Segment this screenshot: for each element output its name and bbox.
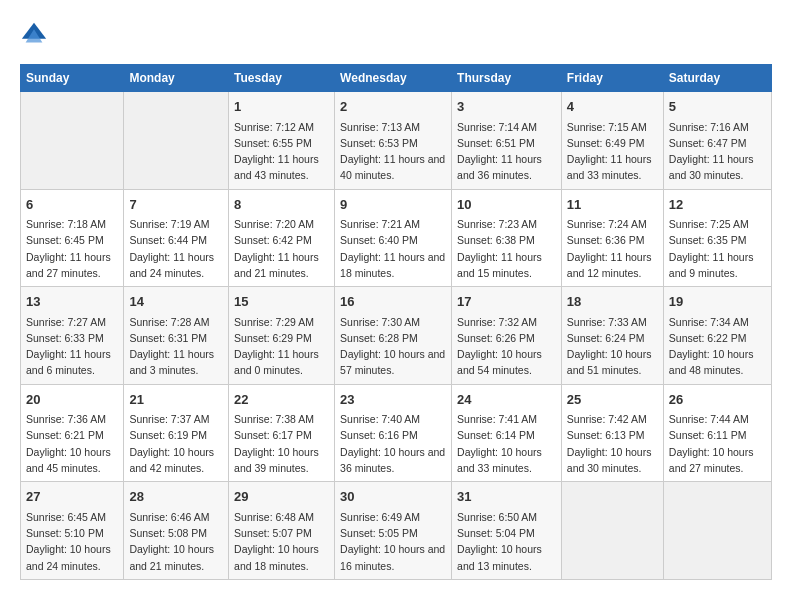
day-number: 23 — [340, 390, 446, 410]
day-number: 17 — [457, 292, 556, 312]
day-detail: Sunrise: 7:33 AMSunset: 6:24 PMDaylight:… — [567, 314, 658, 379]
day-detail: Sunrise: 7:28 AMSunset: 6:31 PMDaylight:… — [129, 314, 223, 379]
day-detail: Sunrise: 7:24 AMSunset: 6:36 PMDaylight:… — [567, 216, 658, 281]
calendar-cell: 31Sunrise: 6:50 AMSunset: 5:04 PMDayligh… — [452, 482, 562, 580]
calendar-header-row: SundayMondayTuesdayWednesdayThursdayFrid… — [21, 65, 772, 92]
day-number: 26 — [669, 390, 766, 410]
day-number: 31 — [457, 487, 556, 507]
calendar-cell: 29Sunrise: 6:48 AMSunset: 5:07 PMDayligh… — [229, 482, 335, 580]
day-detail: Sunrise: 6:49 AMSunset: 5:05 PMDaylight:… — [340, 509, 446, 574]
calendar-cell: 13Sunrise: 7:27 AMSunset: 6:33 PMDayligh… — [21, 287, 124, 385]
day-number: 3 — [457, 97, 556, 117]
weekday-header: Tuesday — [229, 65, 335, 92]
day-number: 8 — [234, 195, 329, 215]
day-detail: Sunrise: 7:36 AMSunset: 6:21 PMDaylight:… — [26, 411, 118, 476]
calendar-cell — [124, 92, 229, 190]
weekday-header: Saturday — [663, 65, 771, 92]
calendar-cell: 5Sunrise: 7:16 AMSunset: 6:47 PMDaylight… — [663, 92, 771, 190]
calendar-cell: 21Sunrise: 7:37 AMSunset: 6:19 PMDayligh… — [124, 384, 229, 482]
day-number: 2 — [340, 97, 446, 117]
calendar-cell: 2Sunrise: 7:13 AMSunset: 6:53 PMDaylight… — [335, 92, 452, 190]
day-detail: Sunrise: 7:19 AMSunset: 6:44 PMDaylight:… — [129, 216, 223, 281]
page-header — [20, 20, 772, 48]
day-number: 22 — [234, 390, 329, 410]
day-number: 28 — [129, 487, 223, 507]
calendar-cell: 25Sunrise: 7:42 AMSunset: 6:13 PMDayligh… — [561, 384, 663, 482]
day-number: 13 — [26, 292, 118, 312]
day-number: 15 — [234, 292, 329, 312]
day-number: 27 — [26, 487, 118, 507]
day-detail: Sunrise: 7:14 AMSunset: 6:51 PMDaylight:… — [457, 119, 556, 184]
calendar-cell: 6Sunrise: 7:18 AMSunset: 6:45 PMDaylight… — [21, 189, 124, 287]
day-number: 16 — [340, 292, 446, 312]
weekday-header: Wednesday — [335, 65, 452, 92]
calendar-cell — [561, 482, 663, 580]
day-number: 24 — [457, 390, 556, 410]
day-detail: Sunrise: 6:45 AMSunset: 5:10 PMDaylight:… — [26, 509, 118, 574]
day-detail: Sunrise: 6:50 AMSunset: 5:04 PMDaylight:… — [457, 509, 556, 574]
day-detail: Sunrise: 7:27 AMSunset: 6:33 PMDaylight:… — [26, 314, 118, 379]
calendar-cell: 19Sunrise: 7:34 AMSunset: 6:22 PMDayligh… — [663, 287, 771, 385]
calendar-week-row: 6Sunrise: 7:18 AMSunset: 6:45 PMDaylight… — [21, 189, 772, 287]
calendar-cell: 18Sunrise: 7:33 AMSunset: 6:24 PMDayligh… — [561, 287, 663, 385]
calendar-cell: 9Sunrise: 7:21 AMSunset: 6:40 PMDaylight… — [335, 189, 452, 287]
day-number: 18 — [567, 292, 658, 312]
day-detail: Sunrise: 7:21 AMSunset: 6:40 PMDaylight:… — [340, 216, 446, 281]
day-number: 12 — [669, 195, 766, 215]
day-number: 7 — [129, 195, 223, 215]
calendar-cell: 3Sunrise: 7:14 AMSunset: 6:51 PMDaylight… — [452, 92, 562, 190]
day-number: 1 — [234, 97, 329, 117]
day-number: 19 — [669, 292, 766, 312]
day-number: 30 — [340, 487, 446, 507]
calendar-cell: 7Sunrise: 7:19 AMSunset: 6:44 PMDaylight… — [124, 189, 229, 287]
day-number: 21 — [129, 390, 223, 410]
day-detail: Sunrise: 7:32 AMSunset: 6:26 PMDaylight:… — [457, 314, 556, 379]
day-number: 25 — [567, 390, 658, 410]
calendar-cell: 15Sunrise: 7:29 AMSunset: 6:29 PMDayligh… — [229, 287, 335, 385]
day-number: 14 — [129, 292, 223, 312]
calendar-cell: 24Sunrise: 7:41 AMSunset: 6:14 PMDayligh… — [452, 384, 562, 482]
calendar-cell: 28Sunrise: 6:46 AMSunset: 5:08 PMDayligh… — [124, 482, 229, 580]
day-detail: Sunrise: 7:12 AMSunset: 6:55 PMDaylight:… — [234, 119, 329, 184]
calendar-cell: 14Sunrise: 7:28 AMSunset: 6:31 PMDayligh… — [124, 287, 229, 385]
weekday-header: Friday — [561, 65, 663, 92]
calendar-cell: 16Sunrise: 7:30 AMSunset: 6:28 PMDayligh… — [335, 287, 452, 385]
day-detail: Sunrise: 7:38 AMSunset: 6:17 PMDaylight:… — [234, 411, 329, 476]
day-detail: Sunrise: 7:44 AMSunset: 6:11 PMDaylight:… — [669, 411, 766, 476]
day-detail: Sunrise: 7:37 AMSunset: 6:19 PMDaylight:… — [129, 411, 223, 476]
calendar-cell: 11Sunrise: 7:24 AMSunset: 6:36 PMDayligh… — [561, 189, 663, 287]
day-number: 29 — [234, 487, 329, 507]
calendar-cell: 26Sunrise: 7:44 AMSunset: 6:11 PMDayligh… — [663, 384, 771, 482]
calendar-cell: 22Sunrise: 7:38 AMSunset: 6:17 PMDayligh… — [229, 384, 335, 482]
calendar-cell: 4Sunrise: 7:15 AMSunset: 6:49 PMDaylight… — [561, 92, 663, 190]
calendar-week-row: 13Sunrise: 7:27 AMSunset: 6:33 PMDayligh… — [21, 287, 772, 385]
day-detail: Sunrise: 7:18 AMSunset: 6:45 PMDaylight:… — [26, 216, 118, 281]
logo — [20, 20, 54, 48]
day-number: 6 — [26, 195, 118, 215]
calendar-cell: 10Sunrise: 7:23 AMSunset: 6:38 PMDayligh… — [452, 189, 562, 287]
weekday-header: Thursday — [452, 65, 562, 92]
day-detail: Sunrise: 7:16 AMSunset: 6:47 PMDaylight:… — [669, 119, 766, 184]
day-detail: Sunrise: 7:25 AMSunset: 6:35 PMDaylight:… — [669, 216, 766, 281]
day-detail: Sunrise: 7:13 AMSunset: 6:53 PMDaylight:… — [340, 119, 446, 184]
day-number: 11 — [567, 195, 658, 215]
day-detail: Sunrise: 7:41 AMSunset: 6:14 PMDaylight:… — [457, 411, 556, 476]
weekday-header: Monday — [124, 65, 229, 92]
day-number: 4 — [567, 97, 658, 117]
calendar-cell: 23Sunrise: 7:40 AMSunset: 6:16 PMDayligh… — [335, 384, 452, 482]
day-detail: Sunrise: 7:23 AMSunset: 6:38 PMDaylight:… — [457, 216, 556, 281]
calendar-cell: 30Sunrise: 6:49 AMSunset: 5:05 PMDayligh… — [335, 482, 452, 580]
day-detail: Sunrise: 7:29 AMSunset: 6:29 PMDaylight:… — [234, 314, 329, 379]
calendar-cell: 27Sunrise: 6:45 AMSunset: 5:10 PMDayligh… — [21, 482, 124, 580]
day-number: 9 — [340, 195, 446, 215]
calendar-cell: 17Sunrise: 7:32 AMSunset: 6:26 PMDayligh… — [452, 287, 562, 385]
day-detail: Sunrise: 6:48 AMSunset: 5:07 PMDaylight:… — [234, 509, 329, 574]
day-number: 20 — [26, 390, 118, 410]
day-detail: Sunrise: 7:20 AMSunset: 6:42 PMDaylight:… — [234, 216, 329, 281]
calendar-cell — [663, 482, 771, 580]
logo-icon — [20, 20, 48, 48]
calendar-cell — [21, 92, 124, 190]
calendar-cell: 1Sunrise: 7:12 AMSunset: 6:55 PMDaylight… — [229, 92, 335, 190]
calendar-week-row: 20Sunrise: 7:36 AMSunset: 6:21 PMDayligh… — [21, 384, 772, 482]
day-number: 5 — [669, 97, 766, 117]
